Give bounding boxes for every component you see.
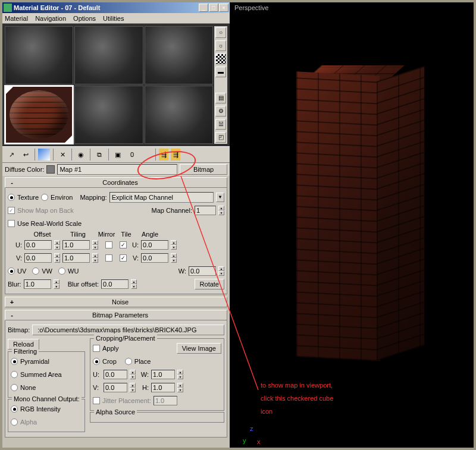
material-slot[interactable]	[145, 86, 213, 144]
vw-radio[interactable]	[32, 268, 39, 275]
minimize-button[interactable]: _	[199, 4, 208, 12]
rotate-button[interactable]: Rotate	[195, 279, 224, 289]
v-offset-input[interactable]: 0.0	[24, 253, 52, 263]
menu-navigation[interactable]: Navigation	[35, 15, 66, 22]
show-map-checkbox: ✓	[8, 207, 15, 214]
sample-uv-icon[interactable]: ▬	[215, 67, 226, 77]
spinner[interactable]: ▲▼	[54, 279, 60, 289]
spinner[interactable]: ▲▼	[177, 370, 183, 379]
show-map-in-viewport-icon[interactable]	[140, 148, 153, 161]
coordinates-rollup-header[interactable]: - Coordinates	[5, 177, 227, 188]
spinner[interactable]: ▲▼	[177, 383, 183, 392]
wu-radio[interactable]	[58, 268, 65, 275]
show-end-result-icon[interactable]: 0	[126, 148, 139, 161]
titlebar: Material Editor - 07 - Default _ □ ×	[2, 2, 230, 13]
v-tiling-input[interactable]: 1.0	[62, 253, 90, 263]
preset-icon[interactable]: ☱	[215, 119, 226, 130]
none-radio[interactable]	[11, 384, 18, 391]
assign-to-selection-icon[interactable]	[37, 148, 51, 161]
u-angle-input[interactable]: 0.0	[141, 240, 168, 250]
put-library-icon[interactable]: ⧉	[93, 148, 106, 161]
rgb-radio[interactable]	[11, 405, 18, 413]
crop-h-input[interactable]: 1.0	[151, 383, 175, 392]
sample-type-icon[interactable]: ○	[215, 27, 226, 38]
w-angle-input[interactable]: 0.0	[189, 266, 216, 276]
crop-v-input[interactable]: 0.0	[104, 383, 127, 392]
delete-icon[interactable]: ✕	[56, 148, 69, 161]
background-icon[interactable]	[215, 54, 226, 64]
video-check-icon[interactable]: ▤	[215, 93, 226, 103]
go-to-parent-icon[interactable]: ⇶	[158, 148, 169, 161]
maximize-button[interactable]: □	[209, 4, 218, 12]
spinner[interactable]: ▲▼	[171, 240, 177, 250]
spinner[interactable]: ▲▼	[92, 240, 98, 250]
summed-radio[interactable]	[11, 371, 18, 378]
bitmap-path-button[interactable]: :o\Documents\3dsmax\maps files\bricks\BR…	[32, 325, 224, 335]
mapping-dropdown[interactable]: Explicit Map Channel	[109, 192, 214, 203]
apply-checkbox[interactable]	[93, 345, 100, 352]
perspective-viewport[interactable]: Perspective z y x to show map in viewpor…	[231, 2, 474, 448]
slot-layout-icon[interactable]: ◰	[215, 132, 226, 143]
dropdown-arrow-icon[interactable]: ▼	[216, 193, 224, 202]
map-channel-input[interactable]: 1	[195, 206, 216, 215]
material-slot-selected[interactable]	[5, 86, 73, 144]
u-tile-checkbox[interactable]: ✓	[120, 241, 127, 248]
get-material-icon[interactable]: ↗	[5, 148, 18, 161]
y-axis-label: y	[243, 437, 246, 444]
crop-radio[interactable]	[93, 358, 100, 365]
material-slot[interactable]	[145, 26, 213, 84]
map-name-field[interactable]: Map #1	[57, 164, 177, 175]
place-radio[interactable]	[125, 358, 132, 365]
jitter-checkbox	[93, 397, 100, 404]
spinner[interactable]: ▲▼	[218, 206, 224, 215]
spinner[interactable]: ▲▼	[171, 253, 177, 263]
u-offset-input[interactable]: 0.0	[24, 240, 52, 250]
bitmap-params-rollup-header[interactable]: - Bitmap Parameters	[5, 310, 227, 320]
backlight-icon[interactable]: ☼	[215, 40, 226, 51]
spinner[interactable]: ▲▼	[218, 266, 224, 276]
spinner[interactable]: ▲▼	[130, 383, 136, 392]
material-id-icon[interactable]: ▣	[111, 148, 124, 161]
pyramidal-radio[interactable]	[11, 358, 18, 365]
environ-radio[interactable]	[41, 194, 48, 201]
spinner[interactable]: ▲▼	[54, 240, 60, 250]
menu-material[interactable]: Material	[5, 15, 28, 22]
v-tile-checkbox[interactable]: ✓	[120, 254, 127, 262]
options-icon[interactable]: ⚙	[215, 106, 226, 117]
material-slot[interactable]	[74, 86, 143, 144]
material-slot[interactable]	[74, 26, 143, 84]
menu-utilities[interactable]: Utilities	[103, 15, 124, 22]
real-world-checkbox[interactable]	[8, 220, 15, 227]
spinner[interactable]: ▲▼	[131, 279, 137, 289]
spinner[interactable]: ▲▼	[92, 253, 98, 263]
menu-options[interactable]: Options	[73, 15, 96, 22]
u-mirror-checkbox[interactable]	[105, 241, 112, 248]
brick-pillar-object[interactable]	[296, 50, 421, 371]
uv-radio[interactable]	[8, 268, 15, 275]
go-forward-icon[interactable]: ⇶	[170, 148, 181, 161]
color-swatch[interactable]	[46, 165, 55, 174]
blur-offset-input[interactable]: 0.0	[101, 279, 129, 289]
noise-rollup-header[interactable]: + Noise	[5, 297, 227, 307]
crop-u-input[interactable]: 0.0	[104, 370, 127, 379]
annotation-text: to show map in viewport, click this chec…	[261, 379, 333, 418]
close-button[interactable]: ×	[219, 4, 228, 12]
separator	[155, 149, 156, 161]
crop-w-input[interactable]: 1.0	[151, 370, 175, 379]
put-to-scene-icon[interactable]: ↩	[19, 148, 32, 161]
bitmap-label: Bitmap:	[8, 326, 30, 333]
material-slot[interactable]	[5, 26, 73, 84]
map-type-button[interactable]: Bitmap	[180, 164, 227, 175]
v-mirror-checkbox[interactable]	[105, 254, 112, 262]
texture-radio[interactable]	[8, 194, 15, 201]
view-image-button[interactable]: View Image	[177, 343, 221, 354]
u-tiling-input[interactable]: 1.0	[62, 240, 90, 250]
tiling-header: Tiling	[60, 231, 96, 238]
spinner[interactable]: ▲▼	[54, 253, 60, 263]
alpha-source-legend: Alpha Source	[94, 408, 137, 416]
spinner[interactable]: ▲▼	[130, 370, 136, 379]
v-angle-input[interactable]: 0.0	[141, 253, 168, 263]
make-unique-icon[interactable]: ◉	[74, 148, 87, 161]
expand-icon: +	[8, 298, 16, 306]
blur-input[interactable]: 1.0	[24, 279, 51, 289]
